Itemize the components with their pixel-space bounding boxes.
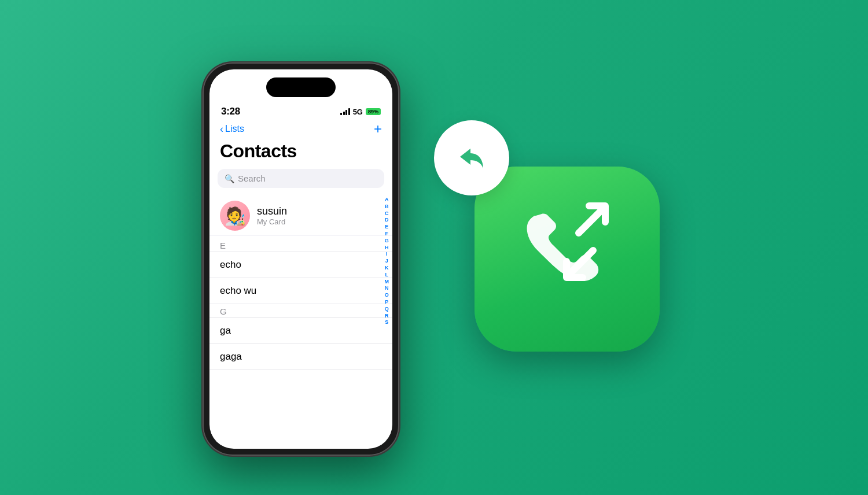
status-time: 3:28 [221, 106, 240, 117]
alpha-i[interactable]: I [385, 251, 389, 257]
reply-circle [434, 120, 509, 195]
phone-frame: 3:28 5G 89% ‹ [203, 62, 399, 456]
phone-screen: 3:28 5G 89% ‹ [209, 69, 392, 449]
search-icon: 🔍 [225, 174, 234, 183]
search-placeholder-text: Search [238, 173, 266, 183]
signal-bar-2 [343, 112, 345, 115]
alpha-j[interactable]: J [385, 258, 389, 264]
alpha-q[interactable]: Q [385, 306, 389, 312]
alpha-d[interactable]: D [385, 217, 389, 223]
alpha-f[interactable]: F [385, 231, 389, 237]
avatar: 🧑‍🎨 [220, 201, 250, 231]
alpha-s[interactable]: S [385, 319, 389, 326]
status-5g-label: 5G [353, 108, 363, 116]
chevron-left-icon: ‹ [220, 123, 223, 135]
alpha-o[interactable]: O [385, 292, 389, 298]
list-item[interactable]: echo wu [209, 278, 392, 304]
alpha-g[interactable]: G [385, 238, 389, 244]
my-card-label: My Card [257, 217, 287, 226]
alpha-r[interactable]: R [385, 313, 389, 319]
reply-arrow-icon [454, 141, 489, 175]
alpha-k[interactable]: K [385, 265, 389, 271]
scene: 3:28 5G 89% ‹ [0, 0, 868, 495]
alpha-p[interactable]: P [385, 299, 389, 305]
signal-bar-1 [340, 113, 342, 115]
status-icons: 5G 89% [340, 108, 381, 116]
my-card-info: susuin My Card [257, 205, 287, 226]
contact-list: 🧑‍🎨 susuin My Card E echo echo wu G ga [209, 196, 392, 370]
search-bar[interactable]: 🔍 Search [218, 169, 384, 188]
svg-line-0 [579, 207, 605, 233]
dynamic-island [266, 77, 336, 97]
phone-mockup: 3:28 5G 89% ‹ [203, 62, 399, 456]
section-header-e: E [209, 238, 392, 252]
nav-back-button[interactable]: ‹ Lists [220, 123, 244, 135]
nav-back-label: Lists [225, 124, 244, 134]
app-icon [475, 167, 660, 352]
page-title: Contacts [209, 139, 392, 169]
signal-bar-4 [348, 108, 350, 115]
nav-add-button[interactable]: + [374, 122, 382, 136]
signal-bar-3 [345, 110, 347, 115]
alphabet-index: A B C D E F G H I J K L M N O P Q [385, 197, 389, 326]
battery-percent-badge: 89% [366, 108, 381, 115]
alpha-e[interactable]: E [385, 224, 389, 230]
section-header-g: G [209, 304, 392, 318]
signal-bars-icon [340, 108, 350, 115]
list-item[interactable]: ga [209, 318, 392, 344]
phone-arrows-icon [503, 195, 631, 323]
my-card-row[interactable]: 🧑‍🎨 susuin My Card [209, 196, 392, 236]
alpha-c[interactable]: C [385, 210, 389, 217]
nav-bar: ‹ Lists + [209, 120, 392, 139]
alpha-h[interactable]: H [385, 245, 389, 251]
avatar-emoji: 🧑‍🎨 [225, 206, 246, 226]
my-card-name: susuin [257, 205, 287, 217]
alpha-n[interactable]: N [385, 285, 389, 291]
alpha-b[interactable]: B [385, 204, 389, 210]
app-icon-area [446, 132, 665, 363]
list-item[interactable]: gaga [209, 344, 392, 370]
status-bar: 3:28 5G 89% [209, 101, 392, 120]
alpha-a[interactable]: A [385, 197, 389, 203]
alpha-l[interactable]: L [385, 272, 389, 278]
list-item[interactable]: echo [209, 252, 392, 278]
alpha-m[interactable]: M [385, 279, 389, 285]
